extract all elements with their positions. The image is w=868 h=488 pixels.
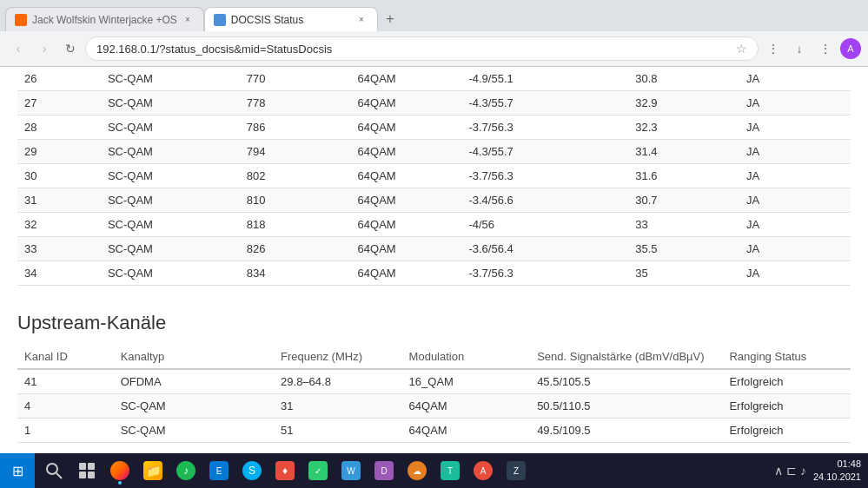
start-button[interactable]: ⊞ — [0, 453, 35, 488]
profile-button[interactable]: A — [840, 38, 861, 59]
taskbar-app9[interactable]: T — [434, 455, 466, 486]
taskbar-app6[interactable]: W — [335, 455, 367, 486]
taskbar-firefox[interactable] — [104, 455, 136, 486]
cell-status: JA — [739, 115, 851, 140]
cell-status: JA — [739, 188, 851, 213]
cell-power: -3.7/56.3 — [461, 115, 628, 140]
cell-mod: 64QAM — [351, 261, 462, 286]
cell-power: -3.7/56.3 — [461, 164, 628, 188]
cell-power: -4.3/55.7 — [461, 91, 628, 115]
taskbar-app3[interactable]: S — [236, 455, 268, 486]
col-header-kanaltyp: Kanaltyp — [114, 345, 274, 369]
tab-close-jacke[interactable]: × — [181, 13, 195, 27]
tab-bar: Jack Wolfskin Winterjacke +OS × DOCSIS S… — [0, 0, 868, 31]
cell-id: 41 — [17, 369, 114, 394]
upstream-row: 4 SC-QAM 31 64QAM 50.5/110.5 Erfolgreich — [17, 394, 851, 419]
bookmark-icon[interactable]: ☆ — [736, 42, 747, 56]
cell-power: -3.6/56.4 — [461, 237, 628, 261]
tray-volume[interactable]: ♪ — [800, 464, 806, 478]
taskbar-search[interactable] — [38, 455, 70, 486]
back-button[interactable]: ‹ — [7, 37, 30, 60]
taskview-icon — [77, 461, 96, 480]
cell-id: 29 — [17, 140, 101, 164]
cell-status: JA — [739, 164, 851, 188]
taskbar-app10[interactable]: A — [467, 455, 499, 486]
taskbar-app1[interactable]: ♪ — [170, 455, 202, 486]
forward-button[interactable]: › — [33, 37, 56, 60]
downstream-row: 32 SC-QAM 818 64QAM -4/56 33 JA — [17, 213, 851, 237]
new-tab-button[interactable]: + — [378, 7, 402, 31]
taskbar-app5[interactable]: ✓ — [302, 455, 334, 486]
cell-id: 32 — [17, 213, 101, 237]
cell-snr: 35 — [628, 261, 739, 286]
cell-freq: 826 — [240, 237, 351, 261]
taskbar-taskview[interactable] — [71, 455, 103, 486]
cell-type: SC-QAM — [101, 213, 240, 237]
taskbar-icons: 📁 ♪ E S ♦ ✓ W D ☁ T A — [35, 455, 767, 486]
tab-docsis[interactable]: DOCSIS Status × — [204, 7, 378, 31]
cell-mod: 64QAM — [351, 164, 462, 188]
downstream-row: 31 SC-QAM 810 64QAM -3.4/56.6 30.7 JA — [17, 188, 851, 213]
taskbar: ⊞ 📁 ♪ E — [0, 453, 868, 488]
upstream-section-title: Upstream-Kanäle — [17, 303, 851, 334]
cell-status: JA — [739, 91, 851, 115]
address-box[interactable]: 192.168.0.1/?status_docsis&mid=StatusDoc… — [85, 36, 759, 61]
col-header-frequenz: Frequenz (MHz) — [274, 345, 402, 369]
cell-mod: 64QAM — [351, 67, 462, 91]
cell-id: 30 — [17, 164, 101, 188]
cell-freq: 770 — [240, 67, 351, 91]
cell-type: SC-QAM — [101, 140, 240, 164]
cell-status: JA — [739, 261, 851, 286]
downstream-table: 26 SC-QAM 770 64QAM -4.9/55.1 30.8 JA 27… — [17, 67, 851, 286]
cell-freq: 818 — [240, 213, 351, 237]
tab-title-docsis: DOCSIS Status — [231, 14, 351, 26]
search-icon — [44, 461, 63, 480]
taskbar-clock[interactable]: 01:48 24.10.2021 — [813, 458, 861, 485]
cell-type: SC-QAM — [101, 164, 240, 188]
col-header-modulation: Modulation — [402, 345, 531, 369]
cell-freq: 29.8–64.8 — [274, 369, 402, 394]
toolbar-right: ⋮ ↓ ⋮ A — [762, 37, 861, 60]
cell-snr: 33 — [628, 213, 739, 237]
downstream-row: 34 SC-QAM 834 64QAM -3.7/56.3 35 JA — [17, 261, 851, 286]
taskbar-app2[interactable]: E — [203, 455, 235, 486]
refresh-button[interactable]: ↻ — [59, 37, 82, 60]
downstream-row: 29 SC-QAM 794 64QAM -4.3/55.7 31.4 JA — [17, 140, 851, 164]
cell-mod: 64QAM — [402, 419, 531, 443]
tray-network[interactable]: ⊏ — [786, 464, 797, 478]
tab-jacke[interactable]: Jack Wolfskin Winterjacke +OS × — [5, 7, 204, 31]
taskbar-app8[interactable]: ☁ — [401, 455, 433, 486]
downstream-row: 27 SC-QAM 778 64QAM -4.3/55.7 32.9 JA — [17, 91, 851, 115]
taskbar-tray: ∧ ⊏ ♪ — [774, 464, 806, 478]
cell-type: SC-QAM — [101, 67, 240, 91]
cell-status: JA — [739, 213, 851, 237]
taskbar-app7[interactable]: D — [368, 455, 400, 486]
cell-freq: 810 — [240, 188, 351, 213]
cell-power: 45.5/105.5 — [530, 369, 722, 394]
cell-power: 50.5/110.5 — [530, 394, 722, 419]
address-text: 192.168.0.1/?status_docsis&mid=StatusDoc… — [96, 43, 731, 56]
taskbar-explorer[interactable]: 📁 — [137, 455, 169, 486]
settings-button[interactable]: ⋮ — [814, 37, 837, 60]
cell-power: -4.9/55.1 — [461, 67, 628, 91]
cell-mod: 64QAM — [402, 394, 531, 419]
tab-close-docsis[interactable]: × — [354, 13, 368, 27]
cell-id: 4 — [17, 394, 114, 419]
tray-chevron[interactable]: ∧ — [774, 464, 783, 478]
downstream-row: 30 SC-QAM 802 64QAM -3.7/56.3 31.6 JA — [17, 164, 851, 188]
taskbar-app4[interactable]: ♦ — [269, 455, 301, 486]
cell-power: 49.5/109.5 — [530, 419, 722, 443]
cell-type: SC-QAM — [101, 115, 240, 140]
downloads-button[interactable]: ↓ — [788, 37, 811, 60]
cell-freq: 51 — [274, 419, 402, 443]
cell-type: SC-QAM — [101, 188, 240, 213]
cell-type: SC-QAM — [114, 419, 274, 443]
tab-favicon-docsis — [214, 14, 226, 26]
taskbar-time-value: 01:48 — [813, 458, 861, 471]
taskbar-app11[interactable]: Z — [500, 455, 532, 486]
extensions-button[interactable]: ⋮ — [762, 37, 785, 60]
cell-id: 27 — [17, 91, 101, 115]
col-header-send-signal: Send. Signalstärke (dBmV/dBµV) — [530, 345, 722, 369]
downstream-row: 26 SC-QAM 770 64QAM -4.9/55.1 30.8 JA — [17, 67, 851, 91]
cell-snr: 32.9 — [628, 91, 739, 115]
